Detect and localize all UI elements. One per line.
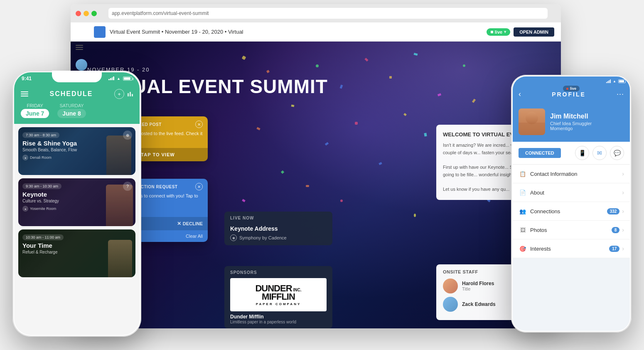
profile-section-interests[interactable]: 🎯 Interests 17 ›: [513, 239, 630, 258]
hamburger-menu-icon[interactable]: [21, 91, 28, 96]
session-content-keynote: 9:30 am - 10:30 am Keynote Culture vs. S…: [18, 178, 135, 215]
staff-avatar-2: [443, 297, 458, 312]
phone-time: 9:41: [22, 76, 32, 81]
room-icon-keynote: ●: [22, 206, 28, 212]
profile-actions: CONNECTED 📱 ✉ 💬: [513, 142, 630, 165]
battery-icon: [123, 76, 132, 81]
live-dot: [491, 31, 493, 33]
section-right-contact: ›: [622, 170, 624, 177]
mifflin-text: MIFFLIN: [262, 292, 295, 301]
interests-badge: 17: [609, 246, 619, 252]
profile-user-name: Jim Mitchell: [550, 113, 592, 120]
live-dot-right: [566, 88, 568, 90]
sidebar-nav-icon[interactable]: [76, 45, 83, 50]
schedule-title: SCHEDULE: [49, 90, 93, 98]
tab-friday[interactable]: FRIDAY June 7: [21, 103, 49, 118]
room-name-keynote: Yosemite Room: [30, 207, 56, 211]
open-admin-button[interactable]: OPEN ADMIN: [514, 27, 554, 37]
session-room-yoga: ● Denali Room: [22, 155, 131, 160]
sponsor-info: Dunder Mifflin Limitless paper in a pape…: [230, 314, 327, 324]
section-left-photos: 🖼 Photos: [519, 226, 547, 234]
interests-icon: 🎯: [519, 244, 527, 253]
connected-button[interactable]: CONNECTED: [519, 148, 561, 158]
chat-icon[interactable]: 💬: [610, 146, 624, 160]
date-tabs: FRIDAY June 7 SATURDAY June 8: [21, 103, 133, 118]
section-left-interests: 🎯 Interests: [519, 244, 551, 253]
session-room-keynote: ● Yosemite Room: [22, 206, 131, 212]
phone-left: 9:41 ▲: [12, 71, 141, 337]
session-name-yourtime: Your Time: [22, 242, 131, 249]
session-subtitle-yoga: Smooth Beats, Balance, Flow: [22, 148, 131, 152]
live-indicator-right: live: [563, 86, 580, 91]
contact-info-icon: 📋: [519, 170, 527, 178]
section-right-about: ›: [622, 189, 624, 196]
profile-more-button[interactable]: ···: [617, 90, 624, 99]
phone-right: ▲ ‹ profILE ··· Jim Mitchell: [511, 75, 632, 333]
minimize-button[interactable]: [84, 11, 89, 16]
clear-all-button[interactable]: Clear All: [186, 234, 203, 239]
user-avatar-small[interactable]: [76, 59, 87, 71]
staff-title-1: Title: [462, 286, 494, 291]
paper-company-text: PAPER COMPANY: [256, 302, 301, 306]
about-icon: 📄: [519, 188, 527, 197]
decline-button[interactable]: ✕ DECLINE: [158, 221, 203, 227]
session-card-yoga[interactable]: 7:30 am - 8:30 am Rise & Shine Yoga Smoo…: [18, 127, 135, 175]
sponsors-header: SPONSORS: [230, 270, 327, 275]
section-left-contact: 📋 Contact Information: [519, 170, 577, 178]
email-icon[interactable]: ✉: [592, 146, 607, 160]
staff-name-2: Zack Edwards: [462, 301, 496, 307]
add-session-icon[interactable]: +: [114, 89, 124, 99]
nav-line-2: [76, 47, 83, 48]
event-topbar: Virtual Event Summit • November 19 - 20,…: [71, 22, 561, 42]
sponsor-logo: DUNDER INC. MIFFLIN PAPER COMPANY: [230, 278, 327, 311]
filter-icon[interactable]: [128, 92, 133, 96]
event-hero: NOVEMBER 19 - 20 VIRTUAL EVENT SUMMIT NE…: [71, 42, 561, 328]
signal-icon-right: [606, 79, 611, 83]
live-text-right: live: [570, 86, 576, 91]
browser-content: Virtual Event Summit • November 19 - 20,…: [71, 22, 561, 328]
session-bookmark-yoga[interactable]: ⊕: [123, 131, 132, 140]
section-left-about: 📄 About: [519, 188, 544, 197]
profile-section-contact[interactable]: 📋 Contact Information ›: [513, 165, 630, 183]
live-now-item: Keynote Address ◉ Symphony by Cadence: [224, 223, 332, 245]
close-button[interactable]: [76, 11, 81, 16]
connection-close-button[interactable]: ✕: [195, 183, 203, 190]
profile-back-button[interactable]: ‹: [519, 90, 521, 99]
photos-label: Photos: [530, 227, 547, 233]
notif-close-button[interactable]: ✕: [195, 121, 203, 128]
fullscreen-button[interactable]: [91, 11, 97, 16]
saturday-date: June 8: [57, 109, 86, 118]
phone-call-icon[interactable]: 📱: [575, 146, 589, 160]
profile-section-connections[interactable]: 👥 Connections 332 ›: [513, 202, 630, 221]
profile-section-photos[interactable]: 🖼 Photos 8 ›: [513, 221, 630, 239]
friday-date: June 7: [21, 109, 49, 118]
tab-saturday[interactable]: SATURDAY June 8: [57, 103, 86, 118]
profile-status-bar: ▲: [513, 76, 630, 86]
event-topbar-right: live ▾ OPEN ADMIN: [487, 27, 554, 37]
photos-chevron-icon: ›: [622, 227, 624, 233]
session-card-yourtime[interactable]: 10:30 am - 11:00 am Your Time Refuel & R…: [18, 229, 135, 277]
live-chevron: ▾: [504, 30, 506, 34]
session-bookmark-keynote[interactable]: ?: [123, 182, 132, 191]
live-now-location-text: Symphony by Cadence: [239, 235, 287, 240]
location-icon: ◉: [230, 234, 237, 241]
session-name-keynote: Keynote: [22, 191, 131, 198]
nav-line-3: [76, 49, 83, 50]
wifi-icon: ▲: [117, 76, 120, 81]
tap-to-view-button[interactable]: TAP TO VIEW: [141, 152, 175, 157]
address-bar[interactable]: app.eventplatform.com/virtual-event-summ…: [108, 8, 548, 19]
interests-label: Interests: [530, 246, 551, 252]
sponsor-tagline: Limitless paper in a paperless world: [230, 320, 327, 324]
browser-window: app.eventplatform.com/virtual-event-summ…: [71, 4, 561, 328]
phone-screen-right: ▲ ‹ profILE ··· Jim Mitchell: [513, 76, 630, 331]
profile-section-about[interactable]: 📄 About ›: [513, 183, 630, 202]
session-card-keynote[interactable]: 9:30 am - 10:30 am Keynote Culture vs. S…: [18, 178, 135, 226]
schedule-list: 7:30 am - 8:30 am Rise & Shine Yoga Smoo…: [14, 124, 140, 281]
profile-user-role: Chief Idea Smuggler: [550, 121, 592, 126]
live-now-location: ◉ Symphony by Cadence: [230, 234, 327, 241]
photos-icon: 🖼: [519, 226, 527, 234]
contact-chevron-icon: ›: [622, 170, 624, 177]
session-subtitle-yourtime: Refuel & Recharge: [22, 250, 131, 254]
connections-badge: 332: [607, 208, 620, 214]
profile-text-info: Jim Mitchell Chief Idea Smuggler Momenti…: [550, 113, 592, 131]
